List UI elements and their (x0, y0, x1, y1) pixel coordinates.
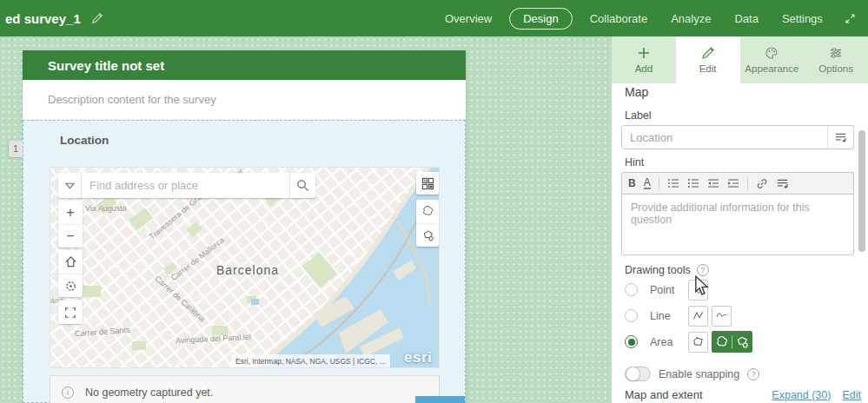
text-color-icon[interactable]: A (644, 178, 651, 189)
edit-title-pencil-icon[interactable] (91, 12, 103, 24)
nav-collaborate[interactable]: Collaborate (584, 9, 654, 29)
survey-header[interactable]: Survey title not set (23, 50, 466, 80)
question-number-badge: 1 (9, 141, 23, 157)
select-area-icon[interactable] (416, 223, 439, 247)
city-label: Barcelona (216, 263, 279, 277)
sliders-icon (829, 46, 843, 60)
survey-title: ed survey_1 (5, 11, 81, 26)
survey-description-text: Description content for the survey (48, 93, 216, 106)
survey123-designer: { "colors": { "topbar_green": "#38873b",… (0, 0, 868, 403)
tab-appearance[interactable]: Appearance (740, 36, 805, 83)
map-attribution: Esri, Intermap, NASA, NGA, USGS | ICGC, … (231, 354, 390, 367)
outdent-icon[interactable] (707, 178, 719, 188)
zoom-out-button[interactable]: − (58, 224, 83, 248)
help-icon[interactable]: ? (697, 264, 709, 276)
locate-icon[interactable] (58, 274, 83, 297)
survey-description[interactable]: Description content for the survey (23, 80, 466, 120)
select-area-icon (734, 334, 750, 350)
geometry-status-bar: i No geometry captured yet. (50, 375, 440, 403)
survey-header-title: Survey title not set (48, 58, 164, 73)
map-search-input[interactable] (82, 173, 289, 198)
freehand-line-icon[interactable] (712, 306, 732, 327)
question-label: Location (60, 134, 109, 147)
drawing-tools-heading: Drawing tools ? (625, 264, 709, 276)
toolbar-divider (747, 177, 748, 190)
snapping-row: Enable snapping ? (625, 367, 759, 381)
bottom-blue-strip (415, 396, 465, 403)
plus-icon (637, 46, 651, 60)
polyline-icon[interactable] (688, 306, 708, 327)
line-radio[interactable] (625, 309, 638, 322)
enable-snapping-toggle[interactable] (625, 367, 651, 381)
home-icon[interactable] (58, 250, 83, 274)
top-navigation: Overview Design Collaborate Analyze Data… (439, 0, 857, 36)
point-radio[interactable] (625, 283, 638, 296)
mouse-cursor (694, 275, 709, 296)
street-label: Via Augusta (85, 204, 127, 213)
palette-icon (765, 46, 779, 60)
label-input[interactable] (622, 126, 827, 149)
survey-preview-card: Survey title not set Description content… (23, 50, 466, 403)
panel-scrollbar[interactable] (858, 85, 865, 403)
multiline-edit-icon[interactable] (827, 126, 853, 149)
multiline-edit-icon[interactable] (776, 178, 789, 189)
basemap-gallery-icon[interactable] (416, 172, 439, 195)
hint-field-label: Hint (625, 156, 644, 168)
nav-overview[interactable]: Overview (439, 9, 498, 29)
pencil-icon (701, 46, 715, 60)
map-sketch-tools (416, 200, 439, 247)
help-icon[interactable]: ? (747, 368, 759, 380)
area-selected-tools[interactable] (712, 331, 752, 353)
snapping-label: Enable snapping (659, 368, 739, 380)
info-icon: i (62, 386, 74, 399)
toolbar-divider (659, 177, 659, 190)
zoom-in-button[interactable]: + (58, 201, 83, 224)
map-widget[interactable]: Via Augusta Travessera de Gràcia Carrer … (50, 167, 440, 368)
tab-add[interactable]: Add (612, 36, 676, 83)
nav-settings[interactable]: Settings (776, 9, 829, 29)
label-input-wrap (621, 125, 854, 149)
indent-icon[interactable] (727, 178, 739, 188)
search-source-dropdown[interactable] (58, 173, 82, 198)
ordered-list-icon[interactable] (667, 178, 679, 188)
nav-design[interactable]: Design (509, 8, 572, 30)
panel-tabs: Add Edit Appearance Options (612, 36, 868, 83)
map-extent-label: Map and extent (625, 388, 772, 401)
area-radio[interactable] (625, 335, 638, 348)
scrollbar-thumb[interactable] (858, 130, 865, 252)
drawing-tools-area-row: Area (625, 331, 859, 353)
polygon-icon[interactable] (688, 332, 708, 353)
panel-heading: Map (625, 85, 648, 99)
topbar: ed survey_1 Overview Design Collaborate … (0, 0, 868, 36)
freehand-area-icon[interactable] (416, 200, 439, 223)
label-field-label: Label (625, 109, 652, 122)
map-nav-controls (58, 250, 83, 297)
nav-data[interactable]: Data (728, 9, 764, 29)
expand-link[interactable]: Expand (30) (772, 389, 831, 401)
tab-options[interactable]: Options (804, 36, 868, 83)
drawing-tools-line-row: Line (625, 305, 859, 327)
unordered-list-icon[interactable] (687, 178, 699, 188)
hint-rich-text-toolbar: B A (621, 172, 854, 194)
geometry-status-text: No geometry captured yet. (85, 386, 213, 399)
nav-analyze[interactable]: Analyze (665, 9, 717, 29)
drawing-tools-point-row: Point (625, 279, 859, 301)
editor-panel: Add Edit Appearance Options Map Label Hi… (611, 36, 868, 403)
bold-icon[interactable]: B (628, 177, 636, 189)
collapse-icon[interactable] (844, 12, 857, 25)
map-question-card[interactable]: Location (23, 120, 466, 403)
search-icon[interactable] (289, 173, 315, 198)
tab-edit[interactable]: Edit (676, 36, 740, 83)
map-search-box (58, 173, 315, 198)
zoom-controls: + − (58, 201, 83, 248)
fullscreen-icon[interactable] (58, 301, 83, 324)
esri-logo: esri (404, 349, 432, 367)
tool-divider (732, 335, 732, 348)
link-icon[interactable] (756, 178, 768, 189)
hint-textarea[interactable] (621, 194, 854, 255)
freehand-area-icon (714, 334, 730, 350)
map-extent-row: Map and extent Expand (30) Edit (625, 388, 861, 401)
